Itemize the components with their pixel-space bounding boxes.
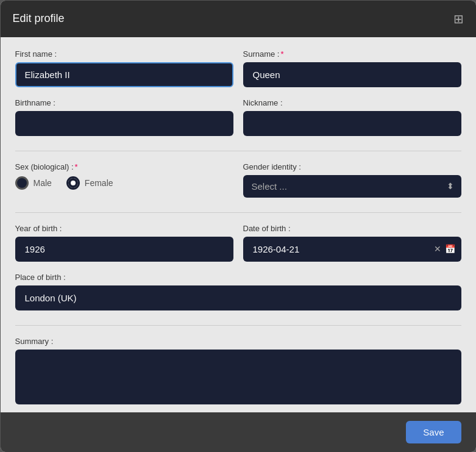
summary-label: Summary : — [15, 337, 461, 346]
surname-group: Surname :* — [243, 49, 461, 87]
date-of-birth-wrapper: ✕ 📅 — [243, 237, 461, 262]
edit-profile-modal: Edit profile ⊞ First name : Surname :* — [1, 1, 476, 452]
divider-3 — [15, 325, 461, 326]
surname-required-star: * — [280, 49, 283, 59]
save-button[interactable]: Save — [406, 421, 461, 443]
divider-2 — [15, 212, 461, 213]
place-of-birth-label: Place of birth : — [15, 273, 461, 282]
male-label: Male — [34, 178, 52, 188]
date-of-birth-input[interactable] — [243, 237, 461, 262]
male-radio[interactable] — [15, 176, 29, 190]
row-name: First name : Surname :* — [15, 49, 461, 98]
row-birthname: Birthname : Nickname : — [15, 98, 461, 147]
row-place-of-birth: Place of birth : — [15, 273, 461, 321]
birthname-input[interactable] — [15, 111, 233, 136]
clear-date-icon[interactable]: ✕ — [434, 244, 441, 254]
nickname-group: Nickname : — [243, 98, 461, 136]
female-radio-label[interactable]: Female — [66, 176, 113, 190]
sex-label: Sex (biological) :* — [15, 162, 233, 171]
year-of-birth-label: Year of birth : — [15, 224, 233, 233]
summary-group: Summary : — [15, 337, 461, 407]
place-of-birth-group: Place of birth : — [15, 273, 461, 310]
gender-label: Gender identity : — [243, 162, 461, 171]
gender-group: Gender identity : Select ... ⬍ — [243, 162, 461, 198]
female-label: Female — [85, 178, 113, 188]
divider-1 — [15, 151, 461, 151]
birthname-label: Birthname : — [15, 98, 233, 107]
date-of-birth-label: Date of birth : — [243, 224, 461, 233]
first-name-label: First name : — [15, 49, 233, 59]
modal-overlay: Edit profile ⊞ First name : Surname :* — [0, 0, 476, 452]
summary-textarea[interactable] — [15, 350, 461, 404]
profile-icon[interactable]: ⊞ — [453, 12, 464, 26]
first-name-input[interactable] — [15, 62, 233, 87]
row-summary: Summary : — [15, 337, 461, 412]
date-icons: ✕ 📅 — [434, 244, 455, 254]
female-radio[interactable] — [66, 176, 80, 190]
modal-header: Edit profile ⊞ — [1, 1, 476, 37]
birthname-group: Birthname : — [15, 98, 233, 136]
row-sex-gender: Sex (biological) :* Male Female — [15, 162, 461, 209]
surname-label: Surname :* — [243, 49, 461, 59]
year-of-birth-input[interactable] — [15, 237, 233, 262]
first-name-group: First name : — [15, 49, 233, 87]
modal-body: First name : Surname :* Birthname : N — [1, 37, 476, 412]
year-of-birth-group: Year of birth : — [15, 224, 233, 262]
nickname-input[interactable] — [243, 111, 461, 136]
sex-group: Sex (biological) :* Male Female — [15, 162, 233, 198]
calendar-icon[interactable]: 📅 — [445, 244, 455, 254]
gender-select-wrapper: Select ... ⬍ — [243, 175, 461, 198]
sex-radio-group: Male Female — [15, 176, 233, 190]
sex-required-star: * — [75, 162, 78, 171]
gender-select[interactable]: Select ... — [243, 175, 461, 198]
date-of-birth-group: Date of birth : ✕ 📅 — [243, 224, 461, 262]
modal-footer: Save — [1, 412, 476, 452]
place-of-birth-input[interactable] — [15, 285, 461, 310]
nickname-label: Nickname : — [243, 98, 461, 107]
male-radio-label[interactable]: Male — [15, 176, 52, 190]
modal-title: Edit profile — [13, 12, 65, 25]
surname-input[interactable] — [243, 62, 461, 87]
row-birth: Year of birth : Date of birth : ✕ 📅 — [15, 224, 461, 273]
